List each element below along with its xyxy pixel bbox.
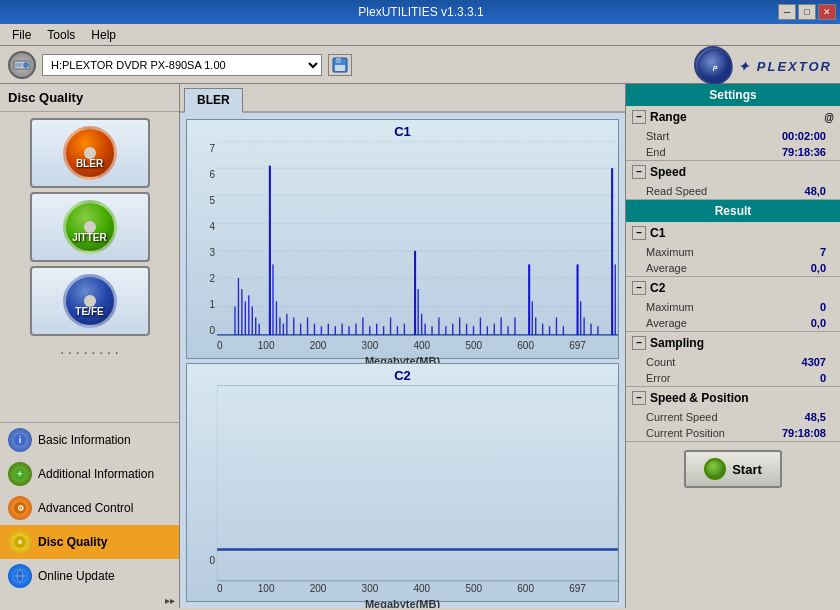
svg-rect-42 [293, 318, 294, 335]
sidebar: Disc Quality BLER JITTER TE/FE [0, 84, 180, 608]
menu-help[interactable]: Help [83, 26, 124, 44]
svg-rect-31 [245, 301, 246, 334]
current-speed-row: Current Speed 48,5 [626, 409, 840, 425]
c2-avg-row: Average 0,0 [626, 315, 840, 331]
speed-position-toggle[interactable]: – [632, 391, 646, 405]
svg-rect-48 [335, 326, 336, 335]
tefe-disc: TE/FE [63, 274, 117, 328]
svg-rect-35 [258, 324, 259, 335]
sidebar-item-disc-quality[interactable]: Disc Quality [0, 525, 179, 559]
online-update-icon [8, 564, 32, 588]
advanced-control-label: Advanced Control [38, 501, 133, 515]
c2-result-toggle[interactable]: – [632, 281, 646, 295]
svg-rect-90 [217, 385, 618, 583]
c1-result-section: – C1 Maximum 7 Average 0,0 [626, 222, 840, 277]
svg-rect-59 [414, 251, 416, 335]
read-speed-row: Read Speed 48,0 [626, 183, 840, 199]
basic-info-icon: i [8, 428, 32, 452]
menu-tools[interactable]: Tools [39, 26, 83, 44]
svg-rect-65 [445, 326, 446, 335]
close-button[interactable]: ✕ [818, 4, 836, 20]
range-toggle[interactable]: – [632, 110, 646, 124]
svg-rect-72 [494, 324, 495, 335]
sidebar-nav: i Basic Information + Additional Informa… [0, 423, 179, 593]
settings-header: Settings [626, 84, 840, 106]
sampling-toggle[interactable]: – [632, 336, 646, 350]
svg-rect-54 [376, 324, 377, 335]
tefe-disc-button[interactable]: TE/FE [30, 266, 150, 336]
svg-rect-39 [279, 318, 280, 335]
menu-bar: File Tools Help [0, 24, 840, 46]
svg-rect-88 [611, 168, 613, 335]
svg-rect-92 [217, 385, 618, 581]
svg-rect-46 [321, 326, 322, 335]
svg-rect-44 [307, 318, 308, 335]
svg-rect-73 [500, 318, 501, 335]
c2-xlabel: Megabyte(MB) [187, 596, 618, 608]
svg-rect-87 [597, 326, 598, 335]
svg-rect-62 [424, 324, 425, 335]
svg-rect-51 [355, 324, 356, 335]
svg-rect-64 [438, 318, 439, 335]
sampling-header[interactable]: – Sampling [626, 332, 840, 354]
minimize-button[interactable]: ─ [778, 4, 796, 20]
sidebar-item-advanced-control[interactable]: ⚙ Advanced Control [0, 491, 179, 525]
sampling-section: – Sampling Count 4307 Error 0 [626, 332, 840, 387]
toolbar: H:PLEXTOR DVDR PX-890SA 1.00 P ✦ PLEXTOR [0, 46, 840, 84]
c2-chart-svg [217, 385, 618, 583]
bler-disc-button[interactable]: BLER [30, 118, 150, 188]
sidebar-item-basic-information[interactable]: i Basic Information [0, 423, 179, 457]
svg-text:i: i [19, 435, 22, 445]
svg-rect-61 [421, 314, 422, 335]
svg-rect-80 [549, 326, 550, 335]
result-header: Result [626, 200, 840, 222]
bler-disc: BLER [63, 126, 117, 180]
c2-max-row: Maximum 0 [626, 299, 840, 315]
svg-rect-86 [590, 324, 591, 335]
svg-rect-41 [286, 314, 287, 335]
speed-toggle[interactable]: – [632, 165, 646, 179]
maximize-button[interactable]: □ [798, 4, 816, 20]
svg-rect-70 [480, 318, 481, 335]
c1-result-header[interactable]: – C1 [626, 222, 840, 244]
svg-rect-67 [459, 318, 460, 335]
svg-rect-83 [577, 264, 579, 334]
drive-select[interactable]: H:PLEXTOR DVDR PX-890SA 1.00 [42, 54, 322, 76]
svg-rect-55 [383, 326, 384, 335]
speed-header[interactable]: – Speed [626, 161, 840, 183]
svg-rect-40 [283, 324, 284, 335]
menu-file[interactable]: File [4, 26, 39, 44]
svg-rect-60 [418, 289, 419, 335]
speed-position-section: – Speed & Position Current Speed 48,5 Cu… [626, 387, 840, 442]
start-button[interactable]: Start [684, 450, 782, 488]
sidebar-expand[interactable]: ▸▸ [0, 593, 179, 608]
svg-rect-36 [269, 166, 271, 335]
svg-rect-53 [369, 326, 370, 335]
svg-rect-5 [335, 65, 345, 71]
svg-rect-33 [252, 306, 253, 334]
tab-bar: BLER [180, 84, 625, 113]
sidebar-item-online-update[interactable]: Online Update [0, 559, 179, 593]
window-controls: ─ □ ✕ [778, 4, 836, 20]
main-container: Disc Quality BLER JITTER TE/FE [0, 84, 840, 608]
start-icon [704, 458, 726, 480]
current-position-row: Current Position 79:18:08 [626, 425, 840, 441]
sidebar-item-additional-information[interactable]: + Additional Information [0, 457, 179, 491]
tab-bler[interactable]: BLER [184, 88, 243, 113]
svg-rect-43 [300, 324, 301, 335]
speed-position-header[interactable]: – Speed & Position [626, 387, 840, 409]
range-header[interactable]: – Range @ [626, 106, 840, 128]
speed-section: – Speed Read Speed 48,0 [626, 161, 840, 200]
svg-text:+: + [17, 469, 22, 479]
c1-result-toggle[interactable]: – [632, 226, 646, 240]
save-button[interactable] [328, 54, 352, 76]
range-start-row: Start 00:02:00 [626, 128, 840, 144]
svg-rect-66 [452, 324, 453, 335]
c2-result-header[interactable]: – C2 [626, 277, 840, 299]
svg-rect-4 [336, 58, 341, 63]
svg-rect-56 [390, 318, 391, 335]
jitter-disc-button[interactable]: JITTER [30, 192, 150, 262]
c2-result-section: – C2 Maximum 0 Average 0,0 [626, 277, 840, 332]
app-title: PlexUTILITIES v1.3.3.1 [64, 5, 778, 19]
svg-rect-76 [528, 264, 530, 334]
